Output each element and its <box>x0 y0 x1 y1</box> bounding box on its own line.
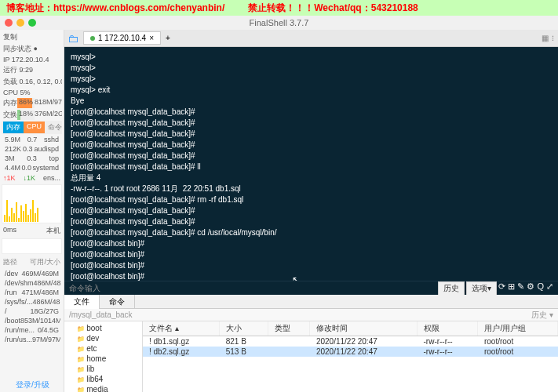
proc-row[interactable]: 212K0.3audispd <box>3 144 60 154</box>
close-tab-icon[interactable]: × <box>149 34 154 42</box>
disk-header: 路径 可用/大小 <box>2 256 62 268</box>
file-row[interactable]: ! db1.sql.gz821 B2020/11/22 20:47-rw-r--… <box>143 336 558 347</box>
minimize-icon[interactable] <box>16 19 24 27</box>
terminal-line: mysql> <box>71 74 552 85</box>
terminal-line: [root@localhost mysql_data_back]# cd /us… <box>71 227 552 238</box>
terminal-line: mysql> <box>71 63 552 74</box>
ip-label: IP 172.20.10.4 <box>2 55 62 64</box>
window-titlebar: FinalShell 3.7.7 <box>0 16 558 30</box>
terminal-line: [root@localhost mysql_data_back]# <box>71 129 552 140</box>
cmd-tab[interactable]: 命令 <box>45 122 62 133</box>
tree-folder[interactable]: media <box>66 384 140 392</box>
cmd-placeholder[interactable]: 命令输入 <box>69 283 100 294</box>
tree-folder[interactable]: home <box>66 354 140 364</box>
sync-status: 同步状态 ● <box>2 43 62 55</box>
terminal-line: [root@localhost bin]# <box>71 271 552 281</box>
login-link[interactable]: 登录/升级 <box>16 379 49 390</box>
copy-label[interactable]: 复制 <box>2 31 62 43</box>
terminal-line: Bye <box>71 96 552 107</box>
terminal-line: [root@localhost mysql_data_back]# ll <box>71 162 552 172</box>
terminal-line: [root@localhost mysql_data_back]# <box>71 118 552 129</box>
terminal-line: [root@localhost bin]# <box>71 238 552 249</box>
col-mtime[interactable]: 修改时间 <box>310 321 418 336</box>
terminal-line: [root@localhost mysql_data_back]# <box>71 107 552 118</box>
close-icon[interactable] <box>5 19 13 27</box>
terminal-line: [root@localhost mysql_data_back]# <box>71 140 552 151</box>
cpu-tab[interactable]: CPU <box>24 122 45 133</box>
uptime-label: 运行 9:29 <box>2 64 62 76</box>
tree-folder[interactable]: lib <box>66 364 140 374</box>
mem-tab[interactable]: 内存 <box>3 122 24 133</box>
folder-icon[interactable]: 🗀 <box>67 32 78 45</box>
tree-folder[interactable]: lib64 <box>66 374 140 384</box>
terminal-line: mysql> <box>71 52 552 63</box>
file-row[interactable]: ! db2.sql.gz513 B2020/11/22 20:47-rw-r--… <box>143 347 558 357</box>
col-owner[interactable]: 用户/用户组 <box>478 321 558 336</box>
toolbar-icons[interactable]: ⟳ ⊞ ✎ ⚙ Q ⤢ <box>498 281 553 296</box>
status-dot-icon <box>90 36 95 41</box>
net-row: ↑1K ↓1K ens... <box>2 173 62 183</box>
disk-row[interactable]: /run/us...97M/97M <box>3 335 60 344</box>
options-button[interactable]: 选项▾ <box>466 281 497 296</box>
tree-folder[interactable]: dev <box>66 333 140 343</box>
window-title: FinalShell 3.7.7 <box>250 18 309 27</box>
disk-row[interactable]: /sys/fs/...486M/486M <box>3 297 60 307</box>
terminal-line: mysql> exit <box>71 85 552 96</box>
proc-row[interactable]: 4.4M0.0systemd <box>3 163 60 172</box>
blog-url: 博客地址：https://www.cnblogs.com/chenyanbin/ <box>6 2 224 15</box>
col-name[interactable]: 文件名 ▴ <box>143 321 220 336</box>
disk-row[interactable]: /run471M/486M <box>3 288 60 297</box>
add-tab-button[interactable]: + <box>166 34 170 42</box>
blog-warning: 禁止转载！！！Wechat/qq：543210188 <box>248 2 418 15</box>
current-path[interactable]: /mysql_data_back <box>69 310 133 319</box>
command-input-bar[interactable]: 命令输入 历史 选项▾ ⟳ ⊞ ✎ ⚙ Q ⤢ <box>64 281 558 295</box>
proc-row[interactable]: 3M0.3top <box>3 154 60 163</box>
terminal-line: [root@localhost bin]# <box>71 260 552 271</box>
col-size[interactable]: 大小 <box>220 321 268 336</box>
directory-tree[interactable]: bootdevetchomeliblib64mediamntmysql_data… <box>64 321 143 392</box>
blog-banner: 博客地址：https://www.cnblogs.com/chenyanbin/… <box>0 0 558 16</box>
traffic-lights[interactable] <box>5 19 36 27</box>
session-tabbar: 🗀 1 172.20.10.4 × + ▦ ⫶ <box>64 30 558 47</box>
disk-row[interactable]: /18G/27G <box>3 307 60 316</box>
ping-chart <box>2 238 62 254</box>
tree-folder[interactable]: boot <box>66 323 140 333</box>
terminal-line: -rw-r--r--. 1 root root 2686 11月 22 20:5… <box>71 183 552 194</box>
terminal-line: [root@localhost mysql_data_back]# <box>71 151 552 162</box>
disk-row[interactable]: /dev469M/469M <box>3 269 60 278</box>
tree-folder[interactable]: etc <box>66 343 140 354</box>
cpu-label: CPU 5% <box>2 88 62 97</box>
load-label: 负载 0.16, 0.12, 0.07 <box>2 76 62 88</box>
file-browser: bootdevetchomeliblib64mediamntmysql_data… <box>64 321 558 392</box>
proc-row[interactable]: 5.9M0.7sshd <box>3 135 60 144</box>
terminal-line: [root@localhost mysql_data_back]# rm -rf… <box>71 194 552 205</box>
path-history-button[interactable]: 历史 ▾ <box>531 310 553 321</box>
path-bar[interactable]: /mysql_data_back 历史 ▾ <box>64 309 558 321</box>
net-chart <box>2 184 62 223</box>
cmd-tab-2[interactable]: 命令 <box>100 295 135 309</box>
mem-row: 内存 86% 818M/972M <box>2 97 62 109</box>
sidebar: 复制 同步状态 ● IP 172.20.10.4 运行 9:29 负载 0.16… <box>0 30 64 392</box>
swap-row: 交换 18% 376M/2G <box>2 109 62 121</box>
terminal-line: 总用量 4 <box>71 172 552 183</box>
disk-row[interactable]: /dev/shm486M/486M <box>3 278 60 288</box>
maximize-icon[interactable] <box>28 19 36 27</box>
session-tab[interactable]: 1 172.20.10.4 × <box>83 31 161 45</box>
file-tab[interactable]: 文件 <box>64 295 100 309</box>
file-list[interactable]: 文件名 ▴ 大小 类型 修改时间 权限 用户/用户组 ! db1.sql.gz8… <box>143 321 558 392</box>
terminal-line: [root@localhost mysql_data_back]# <box>71 205 552 216</box>
col-perm[interactable]: 权限 <box>418 321 478 336</box>
disk-row[interactable]: /run/me...0/4.5G <box>3 325 60 335</box>
terminal-line: [root@localhost bin]# <box>71 249 552 260</box>
host-row: 0ms 本机 <box>2 225 62 237</box>
disk-row[interactable]: /boot853M/1014M <box>3 316 60 325</box>
col-type[interactable]: 类型 <box>268 321 310 336</box>
proc-tabs[interactable]: 内存 CPU 命令 <box>2 121 62 134</box>
file-panel-tabs: 文件 命令 <box>64 295 558 309</box>
history-button[interactable]: 历史 <box>438 281 465 296</box>
terminal[interactable]: mysql>mysql>mysql>mysql> exitBye[root@lo… <box>64 47 558 281</box>
grid-icon[interactable]: ▦ ⫶ <box>542 34 555 42</box>
terminal-line: [root@localhost mysql_data_back]# <box>71 216 552 227</box>
